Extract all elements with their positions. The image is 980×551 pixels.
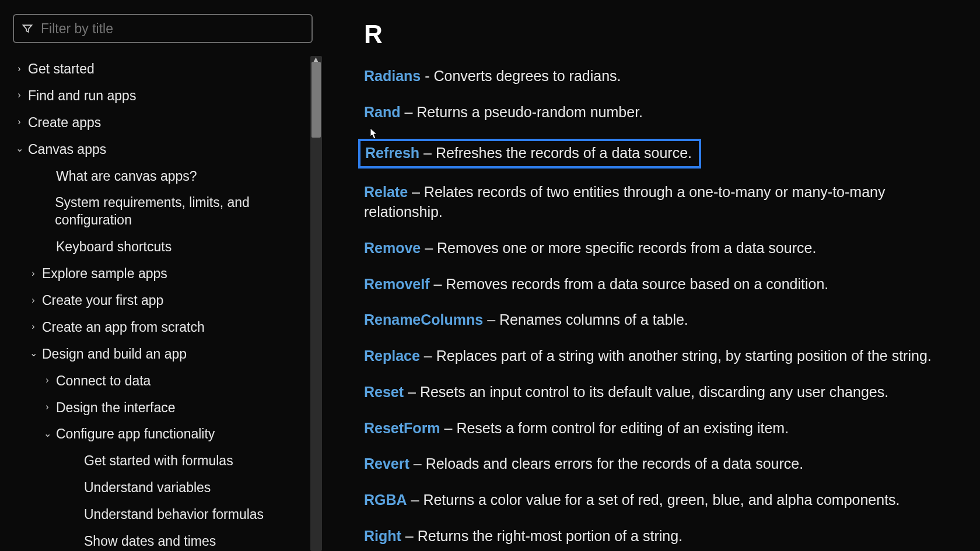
- function-entry: Revert – Reloads and clears errors for t…: [364, 454, 957, 474]
- function-link[interactable]: ResetForm: [364, 420, 440, 436]
- nav-item-label: Get started with formulas: [84, 452, 233, 470]
- chevron-right-icon[interactable]: ›: [42, 374, 52, 387]
- nav-item[interactable]: What are canvas apps?: [13, 163, 303, 190]
- entry-separator: –: [404, 384, 420, 400]
- nav-item[interactable]: Understand variables: [13, 475, 303, 501]
- nav-item[interactable]: System requirements, limits, and configu…: [13, 189, 303, 234]
- function-link[interactable]: Reset: [364, 384, 404, 400]
- nav-item[interactable]: ›Create an app from scratch: [13, 314, 303, 341]
- chevron-down-icon[interactable]: ⌄: [14, 143, 24, 155]
- chevron-right-icon[interactable]: ›: [14, 116, 24, 128]
- function-link[interactable]: Right: [364, 528, 401, 544]
- function-link[interactable]: Rand: [364, 104, 401, 120]
- nav-item-label: What are canvas apps?: [56, 168, 197, 185]
- filter-icon: [20, 21, 35, 36]
- chevron-right-icon[interactable]: ›: [28, 294, 38, 307]
- function-entry: Radians - Converts degrees to radians.: [364, 66, 957, 86]
- nav-item-label: Keyboard shortcuts: [56, 238, 172, 256]
- nav-item[interactable]: ›Connect to data: [13, 368, 303, 395]
- function-description: Renames columns of a table.: [499, 311, 688, 328]
- entry-separator: –: [420, 348, 436, 364]
- nav-item[interactable]: Understand behavior formulas: [13, 501, 303, 528]
- nav-item[interactable]: ⌄Design and build an app: [13, 341, 303, 368]
- entry-separator: –: [407, 492, 424, 508]
- main-content: R Radians - Converts degrees to radians.…: [327, 0, 980, 551]
- nav-item-label: Create an app from scratch: [42, 319, 205, 336]
- filter-box[interactable]: [13, 14, 313, 43]
- nav-item[interactable]: Keyboard shortcuts: [13, 234, 303, 261]
- nav-item[interactable]: ›Create your first app: [13, 287, 303, 314]
- function-description: Relates records of two entities through …: [364, 184, 885, 220]
- function-list: Radians - Converts degrees to radians.Ra…: [364, 66, 957, 551]
- chevron-placeholder: [70, 508, 80, 521]
- function-link[interactable]: Remove: [364, 240, 421, 256]
- function-link[interactable]: Replace: [364, 348, 420, 364]
- nav-item-label: Create your first app: [42, 292, 163, 310]
- entry-separator: –: [401, 104, 417, 120]
- nav-item-label: Design the interface: [56, 399, 176, 417]
- function-description: Refreshes the records of a data source.: [436, 145, 692, 161]
- function-description: Replaces part of a string with another s…: [436, 348, 932, 364]
- nav-item[interactable]: ⌄Canvas apps: [13, 136, 303, 163]
- nav-item[interactable]: ›Design the interface: [13, 395, 303, 422]
- scrollbar-thumb[interactable]: [312, 62, 321, 138]
- chevron-right-icon[interactable]: ›: [14, 89, 24, 101]
- section-heading: R: [364, 20, 957, 49]
- nav-item-label: Configure app functionality: [56, 426, 215, 443]
- chevron-down-icon[interactable]: ⌄: [28, 348, 38, 360]
- chevron-placeholder: [42, 205, 51, 217]
- function-description: Reloads and clears errors for the record…: [426, 455, 804, 472]
- nav-item[interactable]: ›Create apps: [13, 110, 303, 136]
- nav-item-label: Understand behavior formulas: [84, 506, 264, 524]
- function-link[interactable]: Radians: [364, 68, 421, 84]
- chevron-right-icon[interactable]: ›: [42, 401, 52, 413]
- nav-list: ›Get started›Find and run apps›Create ap…: [13, 56, 327, 551]
- chevron-right-icon[interactable]: ›: [28, 321, 38, 333]
- scrollbar[interactable]: ▲: [310, 56, 322, 551]
- function-link[interactable]: Revert: [364, 455, 410, 472]
- function-link[interactable]: Refresh: [365, 145, 419, 161]
- entry-separator: –: [408, 184, 424, 200]
- function-link[interactable]: Relate: [364, 184, 408, 200]
- sidebar: ›Get started›Find and run apps›Create ap…: [0, 0, 327, 551]
- function-entry: Rand – Returns a pseudo-random number.: [364, 103, 957, 122]
- filter-input[interactable]: [41, 21, 306, 37]
- function-entry: Remove – Removes one or more specific re…: [364, 238, 957, 258]
- nav-item[interactable]: Show dates and times: [13, 528, 303, 551]
- function-description: Returns a color value for a set of red, …: [423, 492, 900, 508]
- nav-item[interactable]: Get started with formulas: [13, 448, 303, 475]
- nav-item-label: Create apps: [28, 114, 101, 132]
- nav-item[interactable]: ›Find and run apps: [13, 83, 303, 110]
- function-entry: Right – Returns the right-most portion o…: [364, 527, 957, 546]
- nav-item-label: Get started: [28, 61, 94, 78]
- nav-item[interactable]: ›Explore sample apps: [13, 261, 303, 287]
- function-entry: Replace – Replaces part of a string with…: [364, 346, 957, 366]
- nav-item-label: Connect to data: [56, 373, 150, 390]
- function-entry: RGBA – Returns a color value for a set o…: [364, 490, 957, 510]
- entry-separator: –: [410, 455, 426, 472]
- entry-separator: –: [421, 240, 437, 256]
- function-entry: RenameColumns – Renames columns of a tab…: [364, 310, 957, 330]
- entry-separator: –: [401, 528, 418, 544]
- function-entry: Refresh – Refreshes the records of a dat…: [358, 139, 701, 169]
- nav-scroll: ›Get started›Find and run apps›Create ap…: [13, 56, 327, 551]
- chevron-right-icon[interactable]: ›: [14, 63, 24, 75]
- nav-item[interactable]: ›Get started: [13, 56, 303, 83]
- nav-item-label: Show dates and times: [84, 533, 216, 550]
- nav-item-label: Find and run apps: [28, 87, 136, 105]
- function-link[interactable]: RemoveIf: [364, 276, 430, 292]
- chevron-placeholder: [70, 455, 80, 467]
- function-description: Removes one or more specific records fro…: [437, 240, 816, 256]
- chevron-placeholder: [70, 535, 80, 548]
- function-entry: Relate – Relates records of two entities…: [364, 183, 957, 222]
- nav-item-label: Canvas apps: [28, 141, 106, 159]
- chevron-down-icon[interactable]: ⌄: [42, 428, 52, 440]
- entry-separator: –: [430, 276, 446, 292]
- chevron-right-icon[interactable]: ›: [28, 268, 38, 280]
- nav-item[interactable]: ⌄Configure app functionality: [13, 421, 303, 448]
- entry-separator: –: [419, 145, 436, 161]
- function-link[interactable]: RenameColumns: [364, 311, 483, 328]
- function-entry: Reset – Resets an input control to its d…: [364, 382, 957, 402]
- nav-item-label: Design and build an app: [42, 346, 187, 363]
- function-link[interactable]: RGBA: [364, 492, 407, 508]
